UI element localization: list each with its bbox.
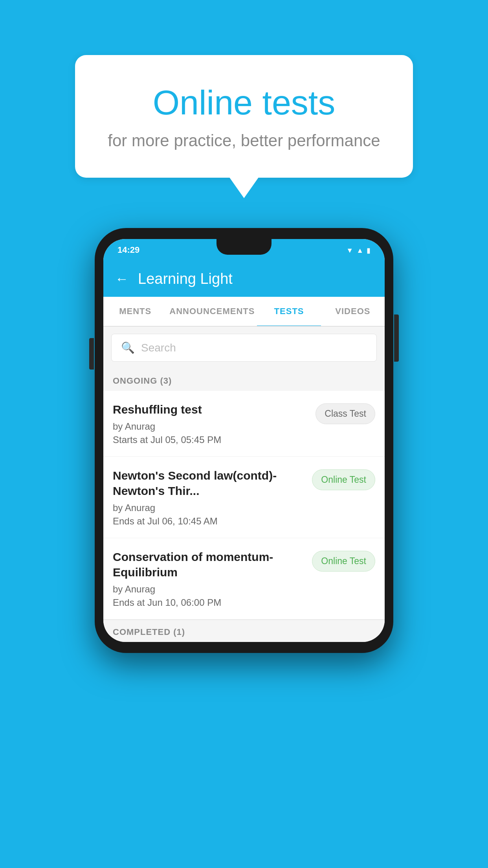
search-placeholder: Search (141, 342, 176, 354)
tab-tests[interactable]: TESTS (257, 297, 321, 326)
tab-videos[interactable]: VIDEOS (321, 297, 385, 326)
test-item[interactable]: Newton's Second law(contd)-Newton's Thir… (103, 457, 385, 538)
search-bar[interactable]: 🔍 Search (111, 334, 377, 362)
phone-wrapper: 14:29 ← Learning Light MENTS ANNOUNCEMEN… (95, 228, 393, 653)
bubble-title: Online tests (106, 83, 382, 123)
speech-bubble-container: Online tests for more practice, better p… (75, 55, 413, 178)
test-info: Reshuffling test by Anurag Starts at Jul… (113, 402, 309, 445)
test-date: Starts at Jul 05, 05:45 PM (113, 434, 309, 445)
signal-icon (356, 246, 363, 255)
search-container: 🔍 Search (103, 327, 385, 369)
app-header: ← Learning Light (103, 261, 385, 297)
tabs-bar: MENTS ANNOUNCEMENTS TESTS VIDEOS (103, 297, 385, 327)
ongoing-title: ONGOING (3) (113, 376, 172, 386)
phone-frame: 14:29 ← Learning Light MENTS ANNOUNCEMEN… (95, 228, 393, 653)
test-date: Ends at Jul 06, 10:45 AM (113, 516, 306, 527)
status-icons (346, 246, 371, 255)
wifi-icon (346, 246, 353, 255)
test-date: Ends at Jun 10, 06:00 PM (113, 597, 306, 608)
app-title: Learning Light (138, 270, 233, 287)
back-button[interactable]: ← (115, 271, 128, 287)
test-author: by Anurag (113, 421, 309, 432)
tab-ments[interactable]: MENTS (103, 297, 167, 326)
search-icon: 🔍 (121, 341, 135, 354)
ongoing-section-header: ONGOING (3) (103, 369, 385, 391)
tab-announcements[interactable]: ANNOUNCEMENTS (167, 297, 257, 326)
status-bar: 14:29 (103, 239, 385, 261)
test-item[interactable]: Conservation of momentum-Equilibrium by … (103, 538, 385, 620)
test-badge: Class Test (316, 403, 375, 424)
test-badge: Online Test (312, 469, 375, 490)
battery-icon (367, 246, 371, 255)
status-time: 14:29 (117, 245, 139, 255)
test-name: Conservation of momentum-Equilibrium (113, 549, 306, 580)
speech-bubble: Online tests for more practice, better p… (75, 55, 413, 178)
test-item[interactable]: Reshuffling test by Anurag Starts at Jul… (103, 391, 385, 457)
test-name: Newton's Second law(contd)-Newton's Thir… (113, 468, 306, 498)
test-name: Reshuffling test (113, 402, 309, 417)
test-author: by Anurag (113, 502, 306, 513)
completed-section-header: COMPLETED (1) (103, 620, 385, 642)
bubble-subtitle: for more practice, better performance (106, 131, 382, 150)
phone-screen: 14:29 ← Learning Light MENTS ANNOUNCEMEN… (103, 239, 385, 642)
completed-title: COMPLETED (1) (113, 627, 185, 637)
test-info: Newton's Second law(contd)-Newton's Thir… (113, 468, 306, 527)
test-info: Conservation of momentum-Equilibrium by … (113, 549, 306, 608)
test-author: by Anurag (113, 584, 306, 595)
tests-list: Reshuffling test by Anurag Starts at Jul… (103, 391, 385, 620)
test-badge: Online Test (312, 551, 375, 572)
